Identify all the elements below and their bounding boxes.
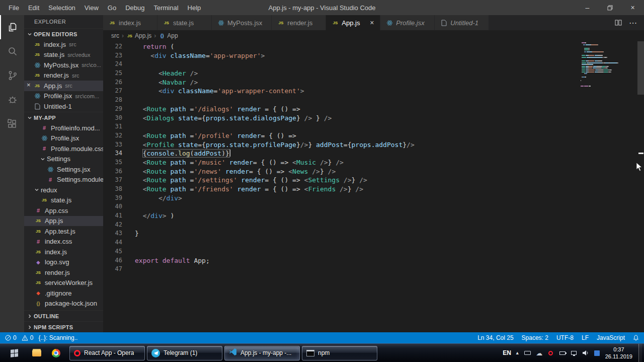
cursor-position[interactable]: Ln 34, Col 25 [477, 334, 513, 341]
open-editor-item[interactable]: Profile.jsxsrc\com... [24, 91, 103, 102]
start-button[interactable] [1, 344, 27, 362]
network-tray-icon[interactable] [570, 349, 578, 357]
close-icon[interactable]: × [27, 81, 31, 89]
tree-file[interactable]: Settings.jsx [24, 164, 103, 175]
menu-go[interactable]: Go [103, 0, 121, 15]
menu-file[interactable]: File [4, 0, 24, 15]
tree-file[interactable]: JSApp.js [24, 216, 103, 227]
code-line[interactable]: 35<Route path ='/music' render= { () => … [103, 158, 644, 167]
tree-file[interactable]: JSstate.js [24, 195, 103, 206]
tree-file[interactable]: {}package.json [24, 309, 103, 310]
open-editor-item[interactable]: JSstate.jssrc\redux [24, 50, 103, 60]
code-line[interactable]: 36<Route path ='/news' render= { () => <… [103, 167, 644, 176]
encoding[interactable]: UTF-8 [556, 334, 574, 341]
tree-file[interactable]: #index.css [24, 237, 103, 247]
open-editor-item[interactable]: JSrender.jssrc [24, 70, 103, 81]
open-editor-item[interactable]: Untitled-1 [24, 101, 103, 112]
code-line[interactable]: 47 [103, 265, 644, 274]
tab-Profile.jsx[interactable]: Profile.jsx [380, 15, 435, 30]
breadcrumb-item[interactable]: {}App [158, 32, 178, 39]
tree-folder[interactable]: redux [24, 185, 103, 195]
tree-folder[interactable]: Settings [24, 154, 103, 165]
show-desktop-button[interactable] [638, 344, 642, 362]
quicklaunch-file-explorer[interactable] [28, 345, 45, 360]
tree-file[interactable]: {}package-lock.json [24, 299, 103, 309]
tree-file[interactable]: ◆.gitignore [24, 288, 103, 299]
taskbar-button-vscode[interactable]: App.js - my-app -... [224, 346, 300, 360]
activity-debug[interactable] [0, 88, 24, 112]
code-line[interactable]: 34{console.log(addPost)} [103, 149, 644, 158]
npm-scripts-header[interactable]: NPM SCRIPTS [24, 321, 103, 332]
code-line[interactable]: 38<Route path ='/friends' render = { () … [103, 185, 644, 194]
tree-file[interactable]: #Profile.module.css [24, 143, 103, 154]
code-line[interactable]: 45 [103, 247, 644, 256]
notifications-bell[interactable] [633, 335, 639, 341]
problems-warnings[interactable]: 0 [22, 334, 34, 341]
code-line[interactable]: 26<Navbar /> [103, 78, 644, 87]
volume-tray-icon[interactable] [582, 349, 590, 357]
outline-header[interactable]: OUTLINE [24, 310, 103, 321]
split-editor-icon[interactable] [615, 19, 622, 26]
menu-selection[interactable]: Selection [44, 0, 79, 15]
code-line[interactable]: 29<Route path ='/dialogs' render = { () … [103, 105, 644, 114]
activity-explorer[interactable] [0, 15, 24, 39]
minimize-button[interactable]: – [576, 0, 599, 15]
code-editor[interactable]: 22return (23<div className='app-wrapper'… [103, 42, 644, 274]
code-line[interactable]: 46export default App; [103, 256, 644, 265]
code-line[interactable]: 42 [103, 221, 644, 230]
tab-Untitled-1[interactable]: Untitled-1 [435, 15, 489, 30]
taskbar-clock[interactable]: 0:37 26.11.2019 [605, 346, 632, 360]
menu-edit[interactable]: Edit [24, 0, 44, 15]
language-indicator[interactable]: EN [503, 349, 511, 356]
tab-App.js[interactable]: JSApp.js× [326, 15, 380, 30]
tab-close-icon[interactable]: × [369, 19, 375, 27]
code-line[interactable]: 43} [103, 229, 644, 238]
tab-index.js[interactable]: JSindex.js [103, 15, 157, 30]
scanning-status[interactable]: {..}: Scanning.. [38, 334, 77, 341]
workspace-header[interactable]: MY-APP [24, 112, 103, 123]
code-line[interactable]: 28 [103, 96, 644, 105]
taskbar-button-npm[interactable]: npm [302, 346, 377, 360]
more-actions-icon[interactable]: ⋯ [629, 18, 637, 28]
code-line[interactable]: 23<div className='app-wrapper'> [103, 51, 644, 60]
code-line[interactable]: 33<Profile state={props.state.profilePag… [103, 140, 644, 150]
tree-file[interactable]: JSApp.test.js [24, 226, 103, 237]
language-mode[interactable]: JavaScript [597, 334, 625, 341]
tree-file[interactable]: JSrender.js [24, 267, 103, 278]
problems-errors[interactable]: 0 [5, 334, 17, 341]
tree-file[interactable]: #Settings.module.c... [24, 175, 103, 185]
code-line[interactable]: 37<Route path ='/settings' render= { () … [103, 176, 644, 185]
menu-debug[interactable]: Debug [121, 0, 149, 15]
open-editor-item[interactable]: JSindex.jssrc [24, 39, 103, 50]
close-button[interactable]: × [621, 0, 644, 15]
tree-file[interactable]: Profile.jsx [24, 133, 103, 144]
breadcrumb-item[interactable]: JSApp.js [126, 32, 151, 39]
action-center-tray-icon[interactable] [593, 349, 601, 357]
activity-extensions[interactable] [0, 112, 24, 136]
code-line[interactable]: 24 [103, 60, 644, 69]
open-editors-header[interactable]: OPEN EDITORS [24, 28, 103, 39]
eol-sequence[interactable]: LF [582, 334, 589, 341]
cloud-tray-icon[interactable]: ☁ [535, 349, 543, 357]
indentation[interactable]: Spaces: 2 [522, 334, 548, 341]
quicklaunch-chrome[interactable] [47, 345, 64, 360]
tree-file[interactable]: #App.css [24, 205, 103, 216]
activity-search[interactable] [0, 39, 24, 63]
code-line[interactable]: 22return ( [103, 42, 644, 51]
restore-button[interactable] [599, 0, 621, 15]
code-line[interactable]: 30<Dialogs state={props.state.dialogsPag… [103, 114, 644, 123]
menu-help[interactable]: Help [183, 0, 206, 15]
tab-render.js[interactable]: JSrender.js [272, 15, 326, 30]
keyboard-tray-icon[interactable] [524, 349, 532, 357]
tray-expand-icon[interactable]: ▲ [515, 350, 520, 355]
open-editor-item[interactable]: ×JSApp.jssrc [24, 81, 103, 91]
menu-view[interactable]: View [80, 0, 103, 15]
tab-MyPosts.jsx[interactable]: MyPosts.jsx [212, 15, 272, 30]
code-line[interactable]: 40 [103, 202, 644, 211]
code-line[interactable]: 32<Route path ='/profile' render= { () =… [103, 131, 644, 140]
taskbar-button-telegram[interactable]: Telegram (1) [147, 346, 222, 360]
open-editor-item[interactable]: MyPosts.jsxsrc\co... [24, 60, 103, 70]
battery-tray-icon[interactable] [558, 349, 567, 357]
code-line[interactable]: 41</div> ) [103, 211, 644, 221]
tree-file[interactable]: ◆logo.svg [24, 257, 103, 268]
